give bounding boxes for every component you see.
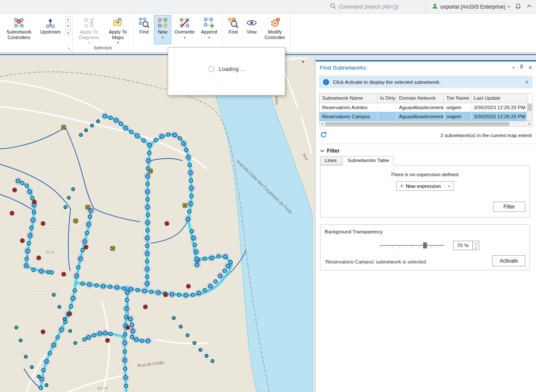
table-horizontal-scrollbar[interactable]: ◂ ▸ [319,121,533,127]
view-eye-icon [246,17,257,28]
button-label: Upstream [40,29,61,35]
map-view[interactable]: Avenida Clube dos Caçadores do Porto Rua… [0,56,313,392]
apply-to-diagrams-icon [83,17,95,28]
new-diagram-icon [157,17,168,28]
dialog-launcher-icon[interactable]: ↘ [67,45,70,52]
search-placeholder: Command Search (Alt+Q) [339,4,398,10]
ribbon-gallery-scroll: ▴ ▾ ▾ [65,16,71,36]
plus-icon: + [400,184,404,188]
modify-controller-gear-icon [269,17,280,28]
upstream-button[interactable]: Upstream [37,15,64,44]
button-label: Modify Controller [263,29,287,40]
scroll-right-icon[interactable]: ▸ [527,122,532,126]
apply-to-diagrams-button[interactable]: Apply To Diagrams ▾ [74,15,104,44]
button-label: New [158,29,167,35]
resize-grip-icon[interactable]: ⋰ [280,91,283,95]
filter-button[interactable]: Filter [493,202,525,212]
ribbon-group-trace: Subnetwork Controllers Upstream ▴ ▾ ▾ ↘ [0,14,73,52]
modify-controller-button[interactable]: Modify Controller [261,15,289,44]
notifications-bell-icon[interactable] [515,3,521,11]
filter-expander[interactable]: Filter [320,148,532,154]
transparency-value-field[interactable]: 70 % [453,241,473,250]
transparency-label: Background Transparency [325,229,525,234]
overwrite-diagram-button[interactable]: Overwrite ▾ [172,15,197,44]
ribbon: Subnetwork Controllers Upstream ▴ ▾ ▾ ↘ [0,14,536,52]
append-diagram-button[interactable]: Append ▾ [198,15,220,44]
view-button[interactable]: View [243,15,260,44]
new-expression-button[interactable]: + New expression ▾ [396,181,453,191]
collapse-ribbon-icon[interactable] [527,3,532,10]
new-diagram-dropdown: Loading ... ⋰ [168,47,285,95]
no-expression-text: There is no expression defined. [320,172,530,177]
col-last-update[interactable]: Last Update [471,94,528,103]
find-subnetworks-pane: Find Subnetworks ▾ × i Click Activate to… [315,60,536,392]
append-diagram-icon [203,17,215,28]
pin-icon[interactable] [519,64,524,71]
expression-area: There is no expression defined. + New ex… [320,165,530,217]
search-icon [330,3,336,10]
table-row[interactable]: Reservatorio Avintes AguasAbastecimento … [320,103,528,112]
user-icon [432,3,438,10]
dismiss-info-icon[interactable]: × [525,79,529,85]
button-label: Overwrite [174,29,194,35]
find-diagrams-button[interactable]: Find [135,15,153,44]
selection-group-label: Selection [93,45,112,50]
scroll-down-icon[interactable]: ▾ [65,23,71,29]
pane-header: Find Subnetworks ▾ × [316,61,536,74]
spin-down-icon[interactable]: ▾ [473,245,479,250]
info-banner: i Click Activate to display the selected… [319,76,533,88]
activate-button[interactable]: Activate [492,255,525,266]
caret-down-icon: ▾ [162,36,163,40]
caret-down-icon: ▾ [208,36,210,40]
overwrite-diagram-icon [179,17,190,28]
close-pane-icon[interactable]: × [529,64,532,70]
info-icon: i [323,79,329,85]
apply-to-maps-icon [112,17,123,28]
ribbon-group-controller: Find View Modify Controller [222,14,291,52]
find-button[interactable]: Find [224,15,242,44]
slider-track [380,245,444,246]
col-subnetwork-name[interactable]: Subnetwork Name [320,94,377,103]
filter-section-label: Filter [327,148,339,154]
col-is-dirty[interactable]: Is Dirty [377,94,396,103]
new-diagram-button[interactable]: New ▾ [154,15,171,44]
tab-lines[interactable]: Lines [320,156,342,165]
subnetwork-controllers-icon [13,17,25,28]
scroll-left-icon[interactable]: ◂ [320,122,325,126]
street-label-rua-bottom: Rua [121,334,126,341]
pane-title: Find Subnetworks [320,64,366,71]
button-label: Apply To Maps [106,29,129,40]
subnetworks-table-wrap: Subnetwork Name Is Dirty Domain Network … [319,93,533,121]
table-vertical-scrollbar[interactable] [527,103,532,121]
gallery-expand-icon[interactable]: ▾ [65,30,71,36]
cell-is-dirty [377,112,396,121]
transparency-slider[interactable] [380,242,444,249]
scrollbar-thumb[interactable] [325,122,509,126]
topbar-divider [426,3,427,11]
subnetwork-controllers-button[interactable]: Subnetwork Controllers [2,15,36,44]
user-menu[interactable]: unportal (ArcGIS Enterprise) ▾ [432,3,510,10]
col-domain-network[interactable]: Domain Network [396,94,444,103]
transparency-unit: % [464,243,468,248]
find-diagram-icon [139,17,150,28]
col-tier-name[interactable]: Tier Name [444,94,471,103]
map-canvas[interactable]: Avenida Clube dos Caçadores do Porto Rua… [0,56,313,392]
transparency-value: 70 [457,243,462,248]
app-topbar: Command Search (Alt+Q) unportal (ArcGIS … [0,0,536,14]
elevation-label: 112 m [97,386,108,390]
map-overflow-caret-icon[interactable]: ▾ [302,59,304,64]
transparency-slider-thumb[interactable] [423,242,427,248]
scrollbar-thumb[interactable] [527,104,532,111]
cell-tier: origem [444,103,471,112]
group-footer-selection: Selection [74,45,132,52]
cell-last-update: 3/30/2023 12:26:20 PM [471,103,528,112]
table-row-selected[interactable]: Reservatorio Campos AguasAbastecimento o… [320,112,528,121]
command-search[interactable]: Command Search (Alt+Q) [330,3,421,10]
ribbon-group-selection: Apply To Diagrams ▾ Apply To Maps ▾ Sele… [73,14,133,52]
scroll-up-icon[interactable]: ▴ [65,16,71,22]
pane-menu-caret-icon[interactable]: ▾ [513,66,514,70]
spin-up-icon[interactable]: ▴ [473,241,479,245]
apply-to-maps-button[interactable]: Apply To Maps ▾ [105,15,131,44]
refresh-icon[interactable] [320,131,327,139]
tab-subnetworks-table[interactable]: Subnetworks Table [343,156,394,165]
